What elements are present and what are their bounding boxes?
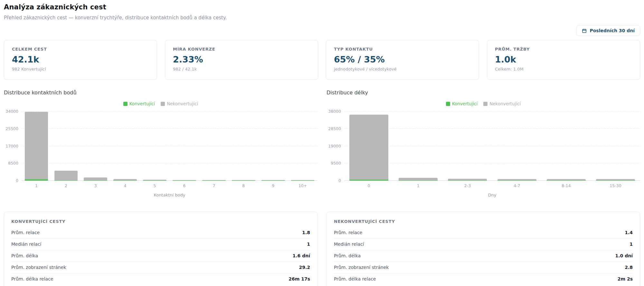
non-converting-journeys-table: NEKONVERTUJÍCÍ CESTY Prům. relace1.4Medi… — [327, 212, 640, 286]
table-row-label: Medián relací — [334, 242, 364, 247]
bar-segment-converting — [84, 180, 107, 181]
bar-slot — [140, 111, 170, 181]
date-range-button[interactable]: Posledních 30 dní — [576, 25, 640, 36]
bar-segment-converting — [202, 180, 226, 181]
table-row-value: 1.6 dní — [293, 253, 310, 258]
bar-segment-non-converting — [349, 115, 388, 180]
bar-segment-converting — [399, 180, 438, 181]
summary-tables-row: KONVERTUJÍCÍ CESTY Prům. relace1.8Medián… — [4, 212, 640, 286]
stacked-bar — [448, 111, 487, 181]
table-title: NEKONVERTUJÍCÍ CESTY — [334, 219, 633, 224]
bar-segment-converting — [232, 180, 255, 181]
table-row-label: Prům. zobrazení stránek — [11, 265, 66, 270]
chart-title: Distribuce délky — [327, 90, 640, 96]
table-row-label: Prům. relace — [334, 230, 362, 235]
bar-slot — [229, 111, 258, 181]
bar-segment-non-converting — [54, 171, 78, 180]
chart-title: Distribuce kontaktních bodů — [4, 90, 317, 96]
bar-segment-converting — [547, 180, 586, 181]
stat-subtext: 982 / 42.1k — [173, 67, 310, 72]
bar-slot — [22, 111, 51, 181]
stacked-bar — [596, 111, 635, 181]
table-row-value: 1.4 — [625, 230, 633, 235]
table-row-value: 29.2 — [299, 265, 310, 270]
y-axis-tick-label: 0 — [327, 178, 341, 183]
bar-slot — [591, 111, 640, 181]
chart-legend: KonvertujícíNekonvertující — [4, 101, 317, 106]
y-axis-tick-label: 8500 — [4, 161, 18, 166]
x-axis-title: Dny — [344, 193, 640, 197]
legend-item-converting[interactable]: Konvertující — [123, 101, 155, 106]
legend-item-non-converting[interactable]: Nekonvertující — [161, 101, 198, 106]
stacked-bar — [25, 111, 48, 181]
y-axis-tick-label: 28500 — [327, 126, 341, 131]
table-row: Prům. zobrazení stránek2.8 — [334, 262, 633, 273]
bar-slot — [344, 111, 393, 181]
bar-segment-converting — [113, 180, 137, 181]
stat-card-avg-revenue: PRŮM. TRŽBY 1.0k Celkem: 1.0M — [487, 40, 640, 80]
table-row: Medián relací1 — [11, 239, 310, 250]
x-axis-labels: 012-34-78-1415-30 — [344, 183, 640, 188]
stacked-bar — [202, 111, 226, 181]
stacked-bar — [349, 111, 388, 181]
date-range-label: Posledních 30 dní — [590, 28, 635, 33]
legend-label: Konvertující — [129, 101, 155, 106]
y-axis-tick-label: 25500 — [4, 126, 18, 131]
stat-cards-row: CELKEM CEST 42.1k 982 Konvertující MÍRA … — [4, 40, 640, 80]
stat-card-contact-type: TYP KONTAKTU 65% / 35% jednodotykové / v… — [326, 40, 479, 80]
stacked-bar — [497, 111, 536, 181]
stacked-bar — [113, 111, 137, 181]
table-row-label: Prům. délka relace — [334, 276, 376, 281]
legend-swatch-icon — [483, 102, 488, 106]
stat-value: 1.0k — [495, 54, 632, 64]
x-axis-tick-label: 15-30 — [591, 183, 640, 188]
legend-swatch-icon — [123, 102, 128, 106]
x-axis-tick-label: 8 — [229, 183, 258, 188]
x-axis-tick-label: 7 — [199, 183, 229, 188]
table-row: Prům. délka relace2m 2s — [334, 273, 633, 285]
x-axis-tick-label: 3 — [81, 183, 110, 188]
table-row-value: 2.8 — [625, 265, 633, 270]
bar-slot — [170, 111, 199, 181]
table-row-label: Prům. délka — [334, 253, 361, 258]
bar-slot — [492, 111, 542, 181]
x-axis-tick-label: 8-14 — [542, 183, 591, 188]
charts-row: Distribuce kontaktních bodů Konvertující… — [4, 90, 640, 197]
bar-slot — [199, 111, 229, 181]
table-row-value: 26m 17s — [289, 276, 310, 281]
bar-slot — [393, 111, 443, 181]
x-axis-labels: 12345678910+ — [22, 183, 317, 188]
bar-segment-converting — [143, 180, 166, 181]
table-row-label: Prům. délka — [11, 253, 38, 258]
stacked-bar — [547, 111, 586, 181]
table-row-value: 1.8 — [302, 230, 310, 235]
stacked-bar — [173, 111, 196, 181]
table-row: Prům. délka relace26m 17s — [11, 273, 310, 285]
table-row-label: Prům. zobrazení stránek — [334, 265, 389, 270]
bar-slot — [110, 111, 140, 181]
length-distribution-chart: Distribuce délky KonvertujícíNekonvertuj… — [327, 90, 640, 197]
bar-slot — [51, 111, 81, 181]
x-axis-tick-label: 2-3 — [443, 183, 492, 188]
legend-item-converting[interactable]: Konvertující — [446, 101, 478, 106]
bar-segment-non-converting — [25, 112, 48, 179]
table-row: Prům. relace1.4 — [334, 227, 633, 239]
table-title: KONVERTUJÍCÍ CESTY — [11, 219, 310, 224]
table-row-label: Prům. délka relace — [11, 276, 53, 281]
x-axis-title: Kontaktní body — [22, 193, 317, 197]
stat-label: MÍRA KONVERZE — [173, 47, 310, 52]
table-row-value: 1 — [630, 242, 633, 247]
table-row: Prům. zobrazení stránek29.2 — [11, 262, 310, 273]
x-axis-tick-label: 1 — [393, 183, 443, 188]
bar-segment-non-converting — [399, 178, 438, 180]
stat-label: TYP KONTAKTU — [334, 47, 471, 52]
table-row: Prům. délka1.6 dní — [11, 250, 310, 262]
bar-slot — [81, 111, 110, 181]
table-row-label: Medián relací — [11, 242, 42, 247]
stacked-bar — [399, 111, 438, 181]
converting-journeys-table: KONVERTUJÍCÍ CESTY Prům. relace1.8Medián… — [4, 212, 317, 286]
table-row: Prům. délka1.0 dní — [334, 250, 633, 262]
legend-item-non-converting[interactable]: Nekonvertující — [483, 101, 521, 106]
stat-value: 2.33% — [173, 54, 310, 64]
x-axis-tick-label: 1 — [22, 183, 51, 188]
